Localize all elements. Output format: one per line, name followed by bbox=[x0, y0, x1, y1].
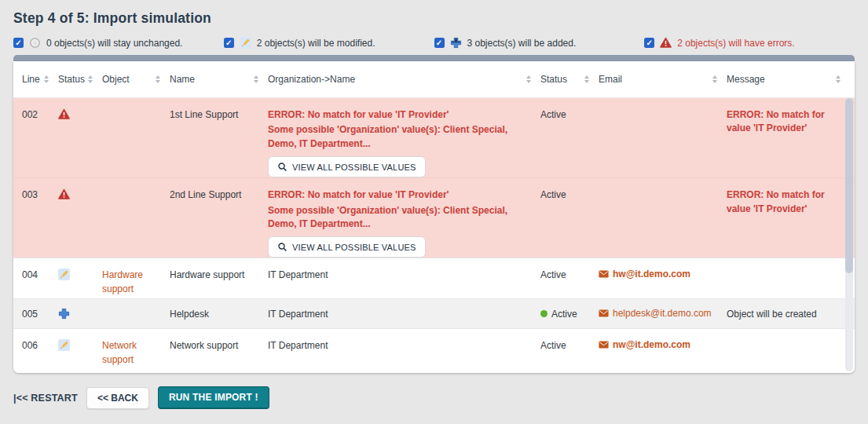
header-name: Name bbox=[170, 61, 268, 97]
summary-modified-label: 2 objects(s) will be modified. bbox=[257, 38, 375, 49]
pencil-icon bbox=[58, 269, 70, 280]
table-row: 004 Hardware support Hardware support IT… bbox=[13, 258, 855, 298]
pencil-icon bbox=[240, 37, 251, 49]
email-link[interactable]: hw@it.demo.com bbox=[599, 269, 690, 280]
modified-checkbox[interactable] bbox=[224, 38, 234, 48]
summary-errors-label: 2 objects(s) will have errors. bbox=[677, 38, 794, 49]
errors-checkbox[interactable] bbox=[644, 38, 654, 48]
email-cell: helpdesk@it.demo.com bbox=[599, 299, 727, 328]
message-cell bbox=[727, 329, 855, 373]
plus-icon bbox=[58, 308, 70, 320]
sort-icon[interactable] bbox=[711, 74, 719, 85]
magnifier-icon bbox=[277, 242, 288, 252]
header-object: Object bbox=[102, 61, 170, 97]
status2-cell: Active bbox=[540, 329, 599, 373]
summary-row: 0 objects(s) will stay unchanged. 2 obje… bbox=[13, 37, 855, 49]
header-status-2: Status bbox=[540, 61, 599, 97]
summary-errors: 2 objects(s) will have errors. bbox=[644, 37, 855, 49]
simulation-table: Line Status Object Name Organization->Na… bbox=[13, 61, 855, 373]
sort-icon[interactable] bbox=[86, 74, 94, 85]
summary-unchanged-label: 0 objects(s) will stay unchanged. bbox=[46, 38, 182, 49]
status2-cell: Active bbox=[540, 299, 599, 328]
run-import-button[interactable]: RUN THE IMPORT ! bbox=[158, 386, 269, 409]
status-cell bbox=[58, 98, 102, 177]
sort-icon[interactable] bbox=[834, 74, 842, 85]
email-link[interactable]: nw@it.demo.com bbox=[599, 339, 690, 350]
new-value-dot-icon bbox=[540, 310, 548, 317]
error-triangle-icon bbox=[58, 188, 70, 200]
view-all-possible-values-button[interactable]: VIEW ALL POSSIBLE VALUES bbox=[268, 236, 426, 258]
vertical-scrollbar[interactable] bbox=[845, 98, 853, 371]
horizontal-scrollbar[interactable] bbox=[13, 55, 855, 61]
object-cell bbox=[102, 299, 170, 328]
unchanged-circle-icon bbox=[29, 37, 41, 49]
footer-actions: |<< RESTART << BACK RUN THE IMPORT ! bbox=[13, 386, 855, 409]
name-cell: 1st Line Support bbox=[170, 98, 268, 177]
object-link[interactable]: Hardware support bbox=[102, 269, 143, 294]
name-cell: Network support bbox=[170, 329, 268, 373]
back-button[interactable]: << BACK bbox=[86, 387, 149, 409]
org-error-text: ERROR: No match for value 'IT Provider' bbox=[268, 108, 533, 122]
email-cell bbox=[599, 178, 727, 258]
table-row: 006 Network support Network support IT D… bbox=[13, 328, 855, 373]
line-cell: 006 bbox=[22, 329, 58, 373]
summary-modified: 2 objects(s) will be modified. bbox=[224, 37, 434, 49]
summary-added-label: 3 objects(s) will be added. bbox=[467, 38, 577, 49]
sort-icon[interactable] bbox=[154, 74, 162, 85]
object-link[interactable]: Network support bbox=[102, 340, 137, 364]
object-cell bbox=[102, 98, 170, 177]
message-cell: ERROR: No match for value 'IT Provider' bbox=[727, 178, 855, 258]
sort-icon[interactable] bbox=[42, 74, 50, 85]
organization-cell: IT Department bbox=[268, 258, 540, 298]
import-simulation-page: Step 4 of 5: Import simulation 0 objects… bbox=[0, 0, 868, 424]
vertical-scrollbar-thumb[interactable] bbox=[845, 98, 853, 273]
added-checkbox[interactable] bbox=[434, 38, 445, 48]
object-cell bbox=[102, 178, 170, 258]
object-cell: Network support bbox=[102, 329, 170, 373]
organization-cell: ERROR: No match for value 'IT Provider' … bbox=[268, 98, 540, 177]
message-cell: Object will be created bbox=[727, 299, 855, 328]
line-cell: 004 bbox=[22, 258, 58, 298]
organization-cell: ERROR: No match for value 'IT Provider' … bbox=[268, 178, 540, 258]
email-cell: nw@it.demo.com bbox=[599, 329, 727, 373]
sort-icon[interactable] bbox=[252, 74, 260, 85]
sort-icon[interactable] bbox=[583, 74, 591, 85]
org-error-text: ERROR: No match for value 'IT Provider' bbox=[268, 188, 533, 202]
envelope-icon bbox=[599, 309, 609, 317]
error-triangle-icon bbox=[660, 37, 672, 49]
line-cell: 003 bbox=[22, 178, 58, 258]
status2-cell: Active bbox=[540, 178, 599, 258]
status-cell bbox=[58, 299, 102, 328]
header-line: Line bbox=[22, 61, 58, 97]
status2-cell: Active bbox=[540, 98, 599, 177]
organization-cell: IT Department bbox=[268, 299, 540, 328]
organization-cell: IT Department bbox=[268, 329, 540, 373]
message-cell bbox=[727, 258, 855, 298]
org-hint-text: Some possible 'Organization' value(s): C… bbox=[268, 204, 533, 232]
restart-button[interactable]: |<< RESTART bbox=[13, 393, 78, 404]
envelope-icon bbox=[599, 341, 609, 349]
email-link[interactable]: helpdesk@it.demo.com bbox=[599, 308, 712, 319]
email-cell: hw@it.demo.com bbox=[599, 258, 727, 298]
view-all-possible-values-button[interactable]: VIEW ALL POSSIBLE VALUES bbox=[268, 156, 426, 177]
unchanged-checkbox[interactable] bbox=[13, 38, 24, 48]
line-cell: 002 bbox=[22, 98, 58, 177]
email-cell bbox=[599, 98, 727, 177]
status-cell bbox=[58, 178, 102, 258]
sort-icon[interactable] bbox=[525, 74, 533, 85]
message-cell: ERROR: No match for value 'IT Provider' bbox=[727, 98, 855, 177]
plus-icon bbox=[450, 37, 462, 49]
status2-cell: Active bbox=[540, 258, 599, 298]
status-cell bbox=[58, 329, 102, 373]
summary-unchanged: 0 objects(s) will stay unchanged. bbox=[13, 37, 224, 49]
line-cell: 005 bbox=[22, 299, 58, 328]
header-message: Message bbox=[727, 61, 855, 97]
header-status: Status bbox=[58, 61, 102, 97]
envelope-icon bbox=[599, 270, 609, 278]
pencil-icon bbox=[58, 339, 70, 351]
error-triangle-icon bbox=[58, 108, 70, 120]
header-organization-name: Organization->Name bbox=[268, 61, 540, 97]
header-email: Email bbox=[599, 61, 727, 97]
table-header-row: Line Status Object Name Organization->Na… bbox=[13, 61, 855, 98]
name-cell: Hardware support bbox=[170, 258, 268, 298]
